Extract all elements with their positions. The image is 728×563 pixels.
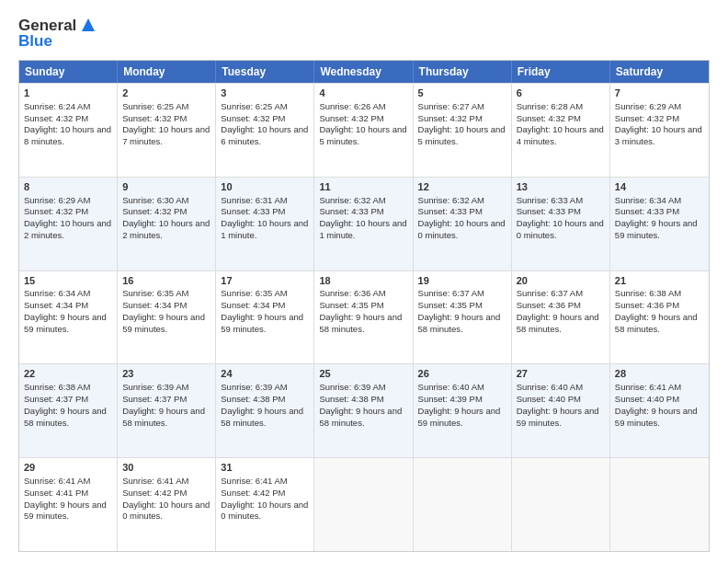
daylight-text: Daylight: 9 hours and 59 minutes.: [24, 500, 107, 522]
calendar-day-cell: 5Sunrise: 6:27 AMSunset: 4:32 PMDaylight…: [414, 84, 512, 177]
day-number: 10: [221, 180, 309, 194]
sunrise-text: Sunrise: 6:26 AM: [319, 101, 385, 111]
weekday-header: Wednesday: [314, 61, 413, 83]
calendar-day-cell: 4Sunrise: 6:26 AMSunset: 4:32 PMDaylight…: [314, 84, 413, 177]
sunset-text: Sunset: 4:42 PM: [122, 488, 187, 498]
calendar-day-cell: 9Sunrise: 6:30 AMSunset: 4:32 PMDaylight…: [118, 178, 216, 270]
calendar-day-cell: 30Sunrise: 6:41 AMSunset: 4:42 PMDayligh…: [118, 458, 216, 551]
calendar-empty-cell: [414, 458, 512, 551]
sunset-text: Sunset: 4:38 PM: [319, 394, 383, 404]
daylight-text: Daylight: 10 hours and 4 minutes.: [517, 124, 604, 146]
daylight-text: Daylight: 9 hours and 59 minutes.: [221, 312, 303, 334]
sunrise-text: Sunrise: 6:38 AM: [615, 288, 681, 298]
calendar: SundayMondayTuesdayWednesdayThursdayFrid…: [18, 60, 710, 552]
calendar-day-cell: 16Sunrise: 6:35 AMSunset: 4:34 PMDayligh…: [118, 271, 216, 364]
day-number: 8: [24, 180, 112, 194]
calendar-day-cell: 15Sunrise: 6:34 AMSunset: 4:34 PMDayligh…: [19, 271, 118, 364]
sunset-text: Sunset: 4:32 PM: [615, 113, 679, 123]
day-number: 16: [122, 274, 210, 288]
daylight-text: Daylight: 9 hours and 58 minutes.: [615, 312, 698, 334]
day-number: 27: [517, 367, 605, 381]
daylight-text: Daylight: 9 hours and 58 minutes.: [319, 406, 402, 428]
day-number: 11: [319, 180, 407, 194]
day-number: 15: [24, 274, 112, 288]
sunset-text: Sunset: 4:34 PM: [122, 300, 187, 310]
day-number: 31: [221, 461, 309, 475]
sunrise-text: Sunrise: 6:25 AM: [221, 101, 287, 111]
calendar-day-cell: 18Sunrise: 6:36 AMSunset: 4:35 PMDayligh…: [314, 271, 413, 364]
weekday-header: Thursday: [414, 61, 512, 83]
calendar-empty-cell: [314, 458, 413, 551]
calendar-day-cell: 2Sunrise: 6:25 AMSunset: 4:32 PMDaylight…: [118, 84, 216, 177]
sunset-text: Sunset: 4:33 PM: [517, 206, 581, 216]
sunset-text: Sunset: 4:35 PM: [418, 300, 483, 310]
daylight-text: Daylight: 10 hours and 5 minutes.: [319, 124, 406, 146]
day-number: 14: [615, 180, 704, 194]
day-number: 26: [418, 367, 506, 381]
sunrise-text: Sunrise: 6:24 AM: [24, 101, 90, 111]
day-number: 5: [418, 86, 506, 100]
calendar-week-row: 8Sunrise: 6:29 AMSunset: 4:32 PMDaylight…: [19, 177, 709, 270]
calendar-day-cell: 22Sunrise: 6:38 AMSunset: 4:37 PMDayligh…: [19, 364, 118, 457]
sunrise-text: Sunrise: 6:34 AM: [615, 195, 681, 205]
sunrise-text: Sunrise: 6:32 AM: [418, 195, 484, 205]
calendar-day-cell: 21Sunrise: 6:38 AMSunset: 4:36 PMDayligh…: [610, 271, 709, 364]
calendar-day-cell: 7Sunrise: 6:29 AMSunset: 4:32 PMDaylight…: [610, 84, 709, 177]
calendar-day-cell: 19Sunrise: 6:37 AMSunset: 4:35 PMDayligh…: [414, 271, 512, 364]
day-number: 30: [122, 461, 210, 475]
calendar-day-cell: 13Sunrise: 6:33 AMSunset: 4:33 PMDayligh…: [512, 178, 610, 270]
calendar-day-cell: 23Sunrise: 6:39 AMSunset: 4:37 PMDayligh…: [118, 364, 216, 457]
day-number: 28: [615, 367, 704, 381]
sunset-text: Sunset: 4:32 PM: [319, 113, 383, 123]
day-number: 17: [221, 274, 309, 288]
day-number: 9: [122, 180, 210, 194]
calendar-day-cell: 20Sunrise: 6:37 AMSunset: 4:36 PMDayligh…: [512, 271, 610, 364]
daylight-text: Daylight: 10 hours and 8 minutes.: [24, 124, 111, 146]
logo-icon: [78, 15, 98, 35]
sunrise-text: Sunrise: 6:36 AM: [319, 288, 385, 298]
sunset-text: Sunset: 4:32 PM: [122, 113, 187, 123]
sunset-text: Sunset: 4:34 PM: [221, 300, 285, 310]
day-number: 24: [221, 367, 309, 381]
calendar-body: 1Sunrise: 6:24 AMSunset: 4:32 PMDaylight…: [19, 83, 709, 551]
sunrise-text: Sunrise: 6:38 AM: [24, 382, 90, 392]
sunset-text: Sunset: 4:32 PM: [122, 206, 187, 216]
sunrise-text: Sunrise: 6:32 AM: [319, 195, 385, 205]
daylight-text: Daylight: 10 hours and 5 minutes.: [418, 124, 506, 146]
sunrise-text: Sunrise: 6:34 AM: [24, 288, 90, 298]
calendar-empty-cell: [610, 458, 709, 551]
sunrise-text: Sunrise: 6:39 AM: [319, 382, 385, 392]
weekday-header: Monday: [118, 61, 216, 83]
sunrise-text: Sunrise: 6:37 AM: [517, 288, 583, 298]
daylight-text: Daylight: 9 hours and 58 minutes.: [24, 406, 107, 428]
sunset-text: Sunset: 4:40 PM: [615, 394, 679, 404]
sunset-text: Sunset: 4:32 PM: [418, 113, 483, 123]
sunset-text: Sunset: 4:33 PM: [615, 206, 679, 216]
daylight-text: Daylight: 9 hours and 58 minutes.: [221, 406, 303, 428]
calendar-day-cell: 25Sunrise: 6:39 AMSunset: 4:38 PMDayligh…: [314, 364, 413, 457]
sunrise-text: Sunrise: 6:31 AM: [221, 195, 287, 205]
sunset-text: Sunset: 4:32 PM: [24, 206, 88, 216]
sunset-text: Sunset: 4:33 PM: [319, 206, 383, 216]
calendar-week-row: 22Sunrise: 6:38 AMSunset: 4:37 PMDayligh…: [19, 363, 709, 457]
daylight-text: Daylight: 10 hours and 0 minutes.: [517, 218, 604, 240]
weekday-header: Friday: [512, 61, 610, 83]
calendar-day-cell: 31Sunrise: 6:41 AMSunset: 4:42 PMDayligh…: [216, 458, 314, 551]
daylight-text: Daylight: 10 hours and 0 minutes.: [418, 218, 506, 240]
sunrise-text: Sunrise: 6:29 AM: [615, 101, 681, 111]
calendar-day-cell: 3Sunrise: 6:25 AMSunset: 4:32 PMDaylight…: [216, 84, 314, 177]
sunrise-text: Sunrise: 6:40 AM: [418, 382, 484, 392]
sunset-text: Sunset: 4:36 PM: [615, 300, 679, 310]
day-number: 29: [24, 461, 112, 475]
daylight-text: Daylight: 9 hours and 59 minutes.: [615, 218, 698, 240]
sunset-text: Sunset: 4:35 PM: [319, 300, 383, 310]
logo-blue-text: Blue: [18, 32, 98, 51]
daylight-text: Daylight: 10 hours and 6 minutes.: [221, 124, 308, 146]
calendar-day-cell: 14Sunrise: 6:34 AMSunset: 4:33 PMDayligh…: [610, 178, 709, 270]
day-number: 12: [418, 180, 506, 194]
sunrise-text: Sunrise: 6:28 AM: [517, 101, 583, 111]
sunset-text: Sunset: 4:32 PM: [221, 113, 285, 123]
sunrise-text: Sunrise: 6:39 AM: [122, 382, 188, 392]
daylight-text: Daylight: 9 hours and 58 minutes.: [319, 312, 402, 334]
calendar-empty-cell: [512, 458, 610, 551]
